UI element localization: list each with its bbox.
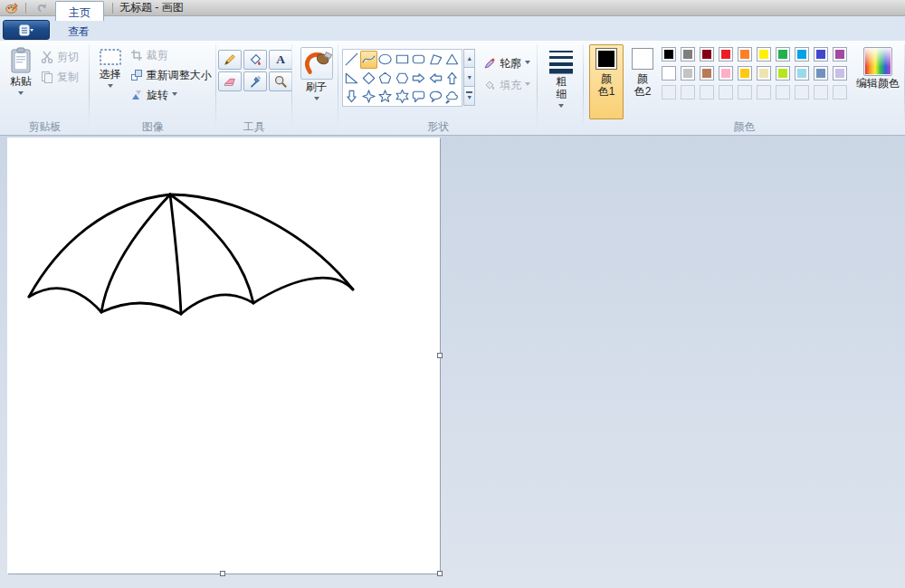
shape-star-5[interactable] <box>377 88 395 107</box>
palette-swatch-0-7[interactable] <box>795 47 809 62</box>
copy-label: 复制 <box>57 70 79 85</box>
fill-tool-button[interactable] <box>243 50 267 70</box>
palette-swatch-0-0[interactable] <box>662 47 676 62</box>
palette-empty-slot-3[interactable] <box>719 85 733 100</box>
shape-ellipse[interactable] <box>377 51 395 70</box>
crop-button[interactable]: 裁剪 <box>128 46 214 64</box>
brushes-group-label-empty <box>292 119 338 135</box>
palette-swatch-1-3[interactable] <box>719 66 733 81</box>
tab-主页[interactable]: 主页 <box>55 1 104 21</box>
palette-empty-slot-0[interactable] <box>662 85 676 100</box>
palette-swatch-1-2[interactable] <box>700 66 714 81</box>
shape-rounded-rectangle[interactable] <box>411 51 428 70</box>
eraser-tool-button[interactable] <box>218 71 242 91</box>
shape-polygon[interactable] <box>427 51 444 70</box>
tools-group-label: 工具 <box>216 119 292 135</box>
color-palette <box>662 44 847 119</box>
palette-swatch-0-8[interactable] <box>814 47 828 62</box>
shapes-scroll-up-button[interactable]: ▲ <box>463 49 475 68</box>
paste-button[interactable]: 粘贴 <box>4 44 38 119</box>
shape-star-6[interactable] <box>394 88 411 107</box>
color2-label: 颜 色2 <box>634 72 652 99</box>
shape-gallery-scrollbar: ▲ ▼ ▼ <box>463 49 475 119</box>
group-size: 粗 细 <box>538 41 584 135</box>
shape-curve[interactable] <box>360 51 377 70</box>
canvas-resize-handle-corner[interactable] <box>437 571 443 576</box>
redo-icon[interactable] <box>33 1 48 14</box>
shape-arrow-up[interactable] <box>444 69 462 88</box>
shape-line[interactable] <box>344 51 361 70</box>
palette-swatch-1-8[interactable] <box>814 66 828 81</box>
color1-button[interactable]: 颜 色1 <box>589 44 624 119</box>
shape-rectangle[interactable] <box>394 51 411 70</box>
palette-swatch-1-7[interactable] <box>795 66 809 81</box>
shape-arrow-left[interactable] <box>427 69 444 88</box>
palette-swatch-1-0[interactable] <box>662 66 676 81</box>
palette-empty-slot-9[interactable] <box>833 85 847 100</box>
outline-label: 轮廓 <box>500 56 521 71</box>
shape-triangle[interactable] <box>444 51 462 70</box>
select-label: 选择 <box>100 69 121 81</box>
shape-right-triangle[interactable] <box>344 69 361 88</box>
application-menu-icon <box>19 24 33 36</box>
rotate-button[interactable]: 旋转 <box>128 86 214 104</box>
palette-swatch-0-6[interactable] <box>776 47 790 62</box>
resize-button[interactable]: 重新调整大小 <box>128 66 214 84</box>
paint-app-icon[interactable] <box>4 1 18 14</box>
palette-swatch-0-5[interactable] <box>757 47 771 62</box>
group-tools: A <box>216 41 292 135</box>
palette-empty-slot-2[interactable] <box>700 85 714 100</box>
palette-swatch-1-9[interactable] <box>833 66 847 81</box>
palette-swatch-0-3[interactable] <box>719 47 733 62</box>
palette-swatch-1-4[interactable] <box>738 66 752 81</box>
shape-callout-rounded[interactable] <box>411 88 428 107</box>
magnifier-tool-button[interactable] <box>269 71 292 91</box>
qat-separator-2 <box>112 3 113 14</box>
pencil-tool-button[interactable] <box>218 50 242 70</box>
text-tool-button[interactable]: A <box>269 50 292 70</box>
shape-callout-ellipse[interactable] <box>427 88 444 107</box>
palette-empty-slot-7[interactable] <box>795 85 809 100</box>
palette-swatch-1-6[interactable] <box>776 66 790 81</box>
palette-empty-slot-6[interactable] <box>776 85 790 100</box>
shape-star-4[interactable] <box>360 88 377 107</box>
pencil-icon <box>223 52 237 67</box>
palette-swatch-1-1[interactable] <box>681 66 695 81</box>
palette-swatch-1-5[interactable] <box>757 66 771 81</box>
color-picker-tool-button[interactable] <box>243 71 267 91</box>
shape-hexagon[interactable] <box>394 69 411 88</box>
palette-empty-slot-1[interactable] <box>681 85 695 100</box>
palette-empty-slot-5[interactable] <box>757 85 771 100</box>
size-button[interactable]: 粗 细 <box>546 44 576 119</box>
application-menu-button[interactable] <box>3 20 50 40</box>
color2-button[interactable]: 颜 色2 <box>625 44 660 119</box>
shape-diamond[interactable] <box>360 69 377 88</box>
shapes-scroll-down-button[interactable]: ▼ <box>463 68 475 87</box>
select-button[interactable]: 选择 <box>93 44 128 119</box>
palette-swatch-0-2[interactable] <box>700 47 714 62</box>
cut-button[interactable]: 剪切 <box>38 48 81 66</box>
canvas-resize-handle-bottom[interactable] <box>220 571 225 576</box>
edit-colors-label: 编辑颜色 <box>856 78 900 90</box>
palette-swatch-0-1[interactable] <box>681 47 695 62</box>
copy-button[interactable]: 复制 <box>38 68 81 86</box>
shape-pentagon[interactable] <box>377 69 395 88</box>
shape-fill-button[interactable]: 填充 <box>481 76 533 94</box>
palette-swatch-0-9[interactable] <box>833 47 847 62</box>
shape-arrow-right[interactable] <box>411 69 428 88</box>
palette-swatch-0-4[interactable] <box>738 47 752 62</box>
drawing-canvas[interactable] <box>7 138 440 574</box>
shape-arrow-down[interactable] <box>344 88 361 107</box>
shape-callout-cloud[interactable] <box>444 88 462 107</box>
outline-button[interactable]: 轮廓 <box>481 54 533 72</box>
shapes-more-button[interactable]: ▼ <box>463 87 475 106</box>
colors-group-label: 颜色 <box>584 119 905 135</box>
palette-empty-slot-8[interactable] <box>814 85 828 100</box>
size-label: 粗 细 <box>556 76 567 101</box>
tab-查看[interactable]: 查看 <box>55 21 104 41</box>
edit-colors-button[interactable]: 编辑颜色 <box>853 44 903 119</box>
canvas-resize-handle-right[interactable] <box>437 353 443 358</box>
palette-empty-slot-4[interactable] <box>738 85 752 100</box>
svg-text:A: A <box>276 52 285 66</box>
brushes-button[interactable]: 刷子 <box>299 44 335 119</box>
